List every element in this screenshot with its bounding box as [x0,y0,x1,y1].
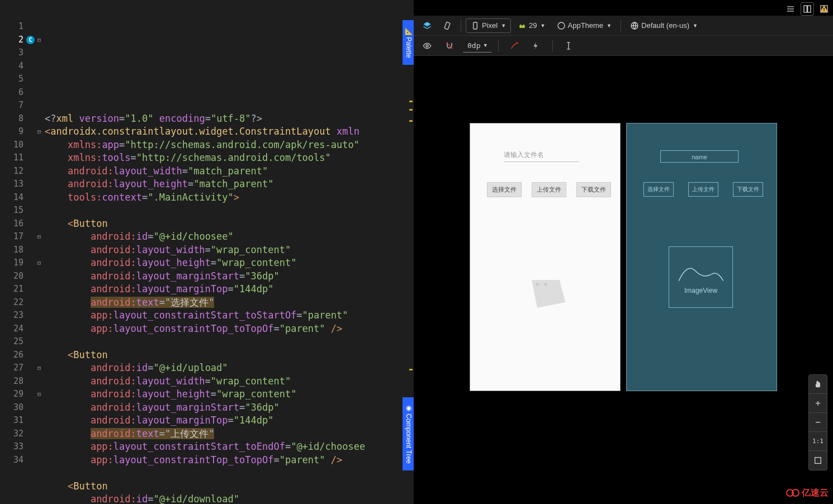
line-number[interactable]: 15 [0,204,34,217]
fold-toggle[interactable] [34,73,45,86]
zoom-out-button[interactable]: − [809,413,827,432]
code-line[interactable]: android:layout_width="wrap_content" [45,244,414,257]
line-number[interactable]: 13 [0,178,34,191]
code-line[interactable]: app:layout_constraintStart_toEndOf="@+id… [45,440,414,454]
fold-toggle[interactable] [34,454,45,467]
fold-toggle[interactable]: ⊟ [34,34,45,47]
visibility-icon[interactable] [418,39,436,53]
line-number[interactable]: 21 [0,283,34,296]
guidelines-icon[interactable] [560,39,578,53]
component-tree-tab[interactable]: ◉ Component Tree [403,397,414,470]
line-number[interactable]: 11 [0,151,34,165]
code-line[interactable]: android:text="上传文件" [45,427,414,441]
line-number[interactable]: 30 [0,401,34,415]
fold-toggle[interactable] [34,309,45,322]
fold-toggle[interactable] [34,401,45,415]
design-canvas[interactable]: 请输入文件名 选择文件 上传文件 下载文件 name 选择文件 上传文件 下载文… [414,56,833,504]
fold-toggle[interactable]: ⊟ [34,125,45,139]
fold-toggle[interactable] [34,217,45,231]
code-line[interactable]: xmlns:app="http://schemas.android.com/ap… [45,139,414,152]
line-number[interactable]: 22 [0,296,34,310]
fold-toggle[interactable] [34,296,45,310]
code-editor[interactable]: <?xml version="1.0" encoding="utf-8"?><a… [45,0,414,504]
orientation-icon[interactable] [438,19,456,32]
fold-toggle[interactable]: ⊟ [34,256,45,270]
code-line[interactable] [45,335,414,349]
line-number[interactable]: 4 [0,60,34,73]
fold-toggle[interactable] [34,427,45,441]
fold-toggle[interactable] [34,178,45,191]
fold-toggle[interactable] [34,349,45,362]
code-line[interactable]: android:text="选择文件" [45,296,414,310]
fold-toggle[interactable] [34,60,45,73]
fold-toggle[interactable] [34,375,45,388]
zoom-fit-button[interactable]: 1:1 [809,432,827,451]
code-line[interactable]: app:layout_constraintTop_toTopOf="parent… [45,454,414,467]
code-line[interactable]: <Button [45,349,414,362]
fold-toggle[interactable] [34,139,45,152]
fold-toggle[interactable] [34,46,45,60]
device-design-preview[interactable]: 请输入文件名 选择文件 上传文件 下载文件 [470,123,621,391]
code-line[interactable]: <?xml version="1.0" encoding="utf-8"?> [45,112,414,126]
magnet-icon[interactable] [441,39,458,53]
api-selector[interactable]: 29▼ [513,19,550,32]
fold-toggle[interactable] [34,151,45,165]
fold-toggle[interactable] [34,440,45,454]
line-number[interactable]: 12 [0,165,34,178]
fold-toggle[interactable] [34,191,45,205]
line-number[interactable]: 27 [0,362,34,375]
fold-toggle[interactable] [34,165,45,178]
line-number[interactable]: 29 [0,388,34,401]
device-selector[interactable]: Pixel▼ [466,18,511,33]
line-number[interactable]: 6 [0,86,34,99]
line-number[interactable]: 16 [0,217,34,231]
code-line[interactable] [45,204,414,217]
fold-toggle[interactable] [34,99,45,112]
clear-constraints-icon[interactable] [505,39,523,53]
line-number[interactable]: 26 [0,349,34,362]
fold-toggle[interactable] [34,270,45,283]
code-line[interactable]: <androidx.constraintlayout.widget.Constr… [45,125,414,139]
fold-toggle[interactable] [34,112,45,126]
code-line[interactable]: android:id="@+id/upload" [45,362,414,375]
fold-toggle[interactable]: ⊟ [34,388,45,401]
line-number[interactable]: 1 [0,20,34,34]
code-line[interactable]: app:layout_constraintTop_toTopOf="parent… [45,322,414,336]
line-number[interactable]: 10 [0,139,34,152]
fold-toggle[interactable] [34,20,45,34]
code-line[interactable]: tools:context=".MainActivity"> [45,191,414,205]
zoom-reset-button[interactable] [809,451,827,470]
line-number[interactable]: 8 [0,112,34,126]
code-line[interactable]: android:layout_marginTop="144dp" [45,283,414,296]
line-number[interactable]: 2C [0,34,34,47]
theme-selector[interactable]: AppTheme▼ [552,19,617,32]
code-line[interactable]: <Button [45,217,414,231]
code-line[interactable] [45,467,414,480]
fold-toggle[interactable] [34,322,45,336]
line-number[interactable]: 7 [0,99,34,112]
line-number[interactable]: 33 [0,440,34,454]
code-line[interactable]: <Button [45,480,414,493]
line-number[interactable]: 28 [0,375,34,388]
fold-toggle[interactable]: ⊟ [34,362,45,375]
line-number[interactable]: 17 [0,230,34,244]
code-line[interactable]: android:layout_height="match_parent" [45,178,414,191]
fold-toggle[interactable] [34,335,45,349]
code-line[interactable]: android:layout_marginStart="36dp" [45,270,414,283]
line-number[interactable]: 3 [0,46,34,60]
line-number[interactable]: 5 [0,73,34,86]
code-line[interactable]: xmlns:tools="http://schemas.android.com/… [45,151,414,165]
locale-selector[interactable]: Default (en-us)▼ [626,19,702,32]
line-number[interactable]: 23 [0,309,34,322]
infer-constraints-icon[interactable] [528,39,546,53]
line-number[interactable]: 18 [0,244,34,257]
zoom-in-button[interactable]: + [809,394,827,413]
fold-toggle[interactable] [34,414,45,427]
line-number[interactable]: 24 [0,322,34,336]
line-number[interactable]: 25 [0,335,34,349]
code-line[interactable]: android:id="@+id/choosee" [45,230,414,244]
line-number[interactable]: 20 [0,270,34,283]
warning-icon[interactable] [820,4,829,15]
code-line[interactable]: android:layout_width="match_parent" [45,165,414,178]
line-number[interactable]: 9 [0,125,34,139]
